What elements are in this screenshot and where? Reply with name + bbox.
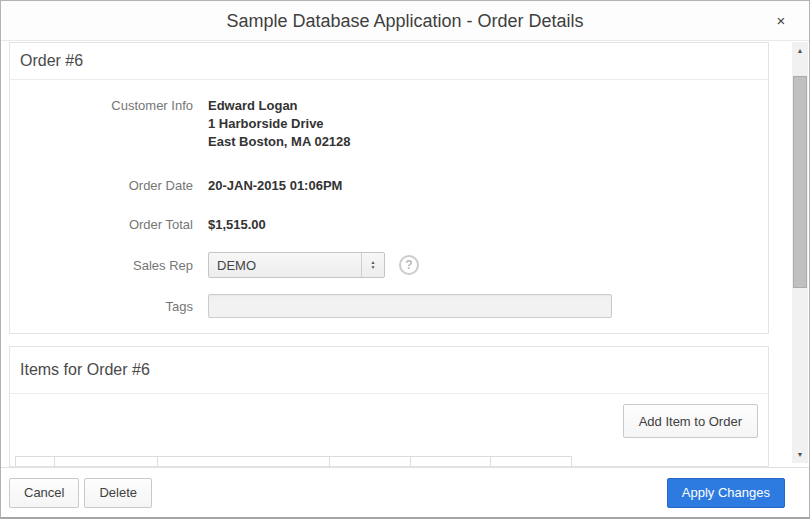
order-region-heading: Order #6	[10, 43, 768, 80]
order-total-row: Order Total $1,515.00	[10, 216, 768, 234]
order-date-row: Order Date 20-JAN-2015 01:06PM	[10, 177, 768, 195]
tags-label: Tags	[10, 298, 193, 314]
items-table-header-cell	[329, 456, 411, 467]
dialog-title: Sample Database Application - Order Deta…	[1, 1, 809, 41]
scrollbar-thumb[interactable]	[793, 76, 807, 288]
order-date-value: 20-JAN-2015 01:06PM	[208, 177, 342, 195]
items-table-header-row	[15, 456, 768, 467]
delete-button[interactable]: Delete	[84, 478, 152, 508]
tags-row: Tags	[10, 294, 768, 318]
add-item-to-order-button[interactable]: Add Item to Order	[623, 404, 758, 438]
dialog-footer: Cancel Delete Apply Changes	[1, 467, 809, 517]
customer-name: Edward Logan	[208, 97, 351, 115]
order-total-value: $1,515.00	[208, 216, 266, 234]
items-table-header-cell	[15, 456, 55, 467]
sales-rep-selected-value: DEMO	[209, 258, 361, 273]
order-details-dialog: Sample Database Application - Order Deta…	[0, 0, 810, 519]
items-region: Items for Order #6 Add Item to Order	[9, 346, 769, 467]
help-icon[interactable]: ?	[399, 255, 419, 275]
items-table-header-cell	[490, 456, 572, 467]
customer-city: East Boston, MA 02128	[208, 133, 351, 151]
scroll-up-icon[interactable]: ▲	[792, 42, 808, 59]
order-total-label: Order Total	[10, 216, 193, 234]
tags-input[interactable]	[208, 294, 612, 318]
cancel-button[interactable]: Cancel	[9, 478, 79, 508]
items-toolbar: Add Item to Order	[10, 394, 768, 438]
sales-rep-row: Sales Rep DEMO ▲ ▼ ?	[10, 252, 768, 278]
dialog-titlebar: Sample Database Application - Order Deta…	[1, 1, 809, 41]
close-icon[interactable]: ×	[767, 1, 795, 41]
order-date-label: Order Date	[10, 177, 193, 195]
customer-info-value: Edward Logan 1 Harborside Drive East Bos…	[208, 97, 351, 151]
order-region: Order #6 Customer Info Edward Logan 1 Ha…	[9, 42, 769, 334]
sales-rep-select[interactable]: DEMO ▲ ▼	[208, 252, 385, 278]
order-form: Customer Info Edward Logan 1 Harborside …	[10, 80, 768, 318]
customer-street: 1 Harborside Drive	[208, 115, 351, 133]
items-table-header-cell	[157, 456, 330, 467]
items-region-heading: Items for Order #6	[10, 347, 768, 394]
items-table-header-cell	[54, 456, 158, 467]
customer-info-label: Customer Info	[10, 97, 193, 151]
customer-info-row: Customer Info Edward Logan 1 Harborside …	[10, 97, 768, 151]
items-table-header-cell	[410, 456, 491, 467]
scroll-down-icon[interactable]: ▼	[792, 446, 808, 463]
select-updown-icon: ▲ ▼	[361, 253, 384, 277]
sales-rep-label: Sales Rep	[10, 257, 193, 273]
select-down-arrow-icon: ▼	[371, 265, 376, 270]
apply-changes-button[interactable]: Apply Changes	[667, 478, 785, 508]
vertical-scrollbar[interactable]: ▲ ▼	[792, 42, 808, 463]
